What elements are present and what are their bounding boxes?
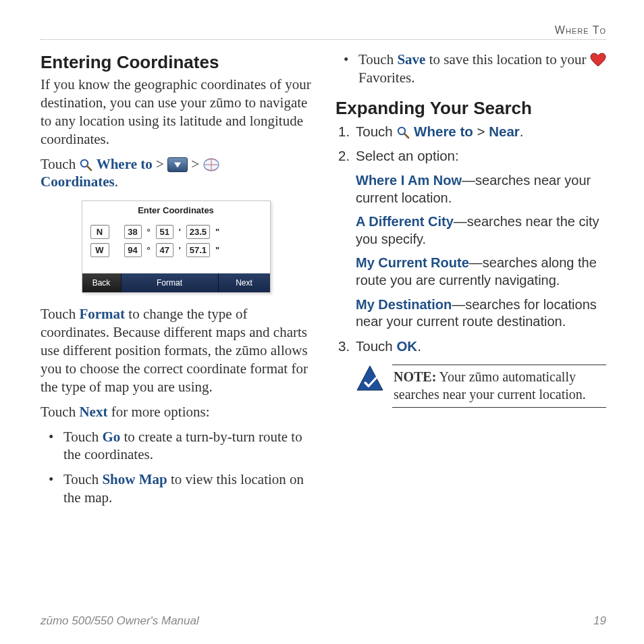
magnifier-icon bbox=[79, 158, 92, 171]
option-lead: My Current Route bbox=[356, 255, 469, 270]
list-item: Touch Show Map to view this location on … bbox=[45, 471, 311, 507]
option-different-city: A Different City—searches near the city … bbox=[356, 213, 606, 248]
down-arrow-icon bbox=[167, 157, 188, 172]
heart-icon bbox=[590, 53, 606, 68]
period: . bbox=[115, 173, 118, 190]
right-column: Touch Save to save this location to your… bbox=[336, 49, 606, 514]
next-line: Touch Next for more options: bbox=[41, 403, 311, 421]
lat-min-field[interactable]: 51 bbox=[156, 225, 173, 239]
save-bullet-list: Touch Save to save this location to your… bbox=[340, 51, 606, 87]
coordinates-link: Coordinates bbox=[41, 173, 115, 190]
touch-where-to-line: Touch Where to > > Coordinates. bbox=[41, 155, 311, 192]
checkmark-badge-icon bbox=[356, 365, 384, 393]
two-column-layout: Entering Coordinates If you know the geo… bbox=[41, 49, 606, 514]
steps-list: 1. Touch Where to > Near. 2. Select an o… bbox=[336, 123, 606, 165]
list-item: 2. Select an option: bbox=[336, 147, 606, 165]
text: for more options: bbox=[107, 404, 209, 420]
lat-sec-field[interactable]: 23.5 bbox=[186, 225, 210, 239]
text: Touch bbox=[41, 156, 79, 172]
lon-sec-field[interactable]: 57.1 bbox=[186, 243, 210, 257]
note-label: NOTE: bbox=[394, 369, 436, 384]
show-map-link: Show Map bbox=[102, 471, 167, 487]
sep: > bbox=[156, 156, 167, 172]
steps-list-continued: 3. Touch OK. bbox=[336, 338, 606, 356]
period: . bbox=[520, 124, 524, 139]
save-link: Save bbox=[397, 51, 425, 68]
heading-expanding-search: Expanding Your Search bbox=[336, 98, 606, 119]
section-header: Where To bbox=[41, 24, 606, 40]
magnifier-icon bbox=[396, 126, 410, 139]
intro-paragraph: If you know the geographic coordinates o… bbox=[41, 76, 311, 149]
sec-symbol: " bbox=[215, 227, 219, 237]
page: Where To Entering Coordinates If you kno… bbox=[0, 0, 644, 644]
screenshot-rows: N 38 ° 51 ' 23.5 " W 94 bbox=[82, 219, 270, 273]
svg-line-4 bbox=[405, 134, 409, 138]
lat-hemisphere-field[interactable]: N bbox=[90, 225, 109, 239]
period: . bbox=[417, 338, 421, 354]
text: Touch bbox=[356, 338, 396, 354]
where-to-link: Where to bbox=[414, 124, 473, 139]
format-link: Format bbox=[79, 306, 125, 322]
lat-row: N 38 ° 51 ' 23.5 " bbox=[90, 225, 262, 239]
option-where-i-am: Where I Am Now—searches near your curren… bbox=[356, 172, 606, 207]
manual-title: zūmo 500/550 Owner's Manual bbox=[41, 614, 199, 628]
sep: > bbox=[191, 156, 203, 172]
text: Touch bbox=[41, 306, 79, 322]
deg-symbol: ° bbox=[147, 245, 151, 255]
text: Select an option: bbox=[356, 148, 459, 163]
sec-symbol: " bbox=[215, 245, 219, 255]
option-lead: My Destination bbox=[356, 297, 452, 312]
text: Touch bbox=[63, 471, 102, 487]
heading-entering-coordinates: Entering Coordinates bbox=[41, 52, 311, 73]
format-paragraph: Touch Format to change the type of coord… bbox=[41, 305, 311, 396]
lon-hemisphere-field[interactable]: W bbox=[90, 243, 109, 257]
svg-line-1 bbox=[88, 166, 92, 170]
text: to save this location to your bbox=[425, 51, 589, 68]
page-number: 19 bbox=[593, 614, 606, 628]
back-button[interactable]: Back bbox=[82, 273, 122, 292]
option-lead: A Different City bbox=[356, 214, 454, 229]
screenshot-title: Enter Coordinates bbox=[82, 201, 270, 219]
ok-link: OK bbox=[396, 338, 417, 354]
enter-coordinates-screenshot: Enter Coordinates N 38 ° 51 ' 23.5 " bbox=[82, 200, 271, 293]
format-button[interactable]: Format bbox=[122, 273, 219, 292]
sep: > bbox=[473, 124, 489, 139]
option-lead: Where I Am Now bbox=[356, 173, 462, 188]
list-item: Touch Save to save this location to your… bbox=[340, 51, 606, 87]
text: Touch bbox=[63, 429, 102, 445]
next-link: Next bbox=[79, 404, 107, 420]
near-link: Near bbox=[489, 124, 520, 139]
next-button[interactable]: Next bbox=[219, 273, 270, 292]
lon-min-field[interactable]: 47 bbox=[156, 243, 173, 257]
min-symbol: ' bbox=[179, 245, 181, 255]
text: Touch bbox=[356, 124, 396, 139]
text: Touch bbox=[358, 51, 397, 68]
lon-row: W 94 ° 47 ' 57.1 " bbox=[90, 243, 262, 257]
lon-deg-field[interactable]: 94 bbox=[124, 243, 142, 257]
note-text: NOTE: Your zūmo automatically searches n… bbox=[392, 365, 606, 408]
where-to-link: Where to bbox=[97, 156, 153, 172]
options-list: Touch Go to create a turn-by-turn route … bbox=[45, 428, 311, 508]
list-item: 3. Touch OK. bbox=[336, 338, 606, 356]
option-my-destination: My Destination—searches for locations ne… bbox=[356, 296, 606, 331]
list-item: 1. Touch Where to > Near. bbox=[336, 123, 606, 141]
text: Favorites. bbox=[358, 70, 414, 86]
note-block: NOTE: Your zūmo automatically searches n… bbox=[356, 365, 606, 408]
list-item: Touch Go to create a turn-by-turn route … bbox=[45, 428, 311, 464]
page-footer: zūmo 500/550 Owner's Manual 19 bbox=[41, 614, 606, 628]
text: Touch bbox=[41, 404, 79, 420]
globe-icon bbox=[203, 157, 220, 172]
go-link: Go bbox=[102, 429, 120, 445]
option-current-route: My Current Route—searches along the rout… bbox=[356, 254, 606, 289]
left-column: Entering Coordinates If you know the geo… bbox=[41, 49, 311, 514]
deg-symbol: ° bbox=[147, 227, 151, 237]
min-symbol: ' bbox=[179, 227, 181, 237]
screenshot-container: Enter Coordinates N 38 ° 51 ' 23.5 " bbox=[41, 200, 311, 293]
lat-deg-field[interactable]: 38 bbox=[124, 225, 142, 239]
screenshot-button-bar: Back Format Next bbox=[82, 273, 270, 292]
